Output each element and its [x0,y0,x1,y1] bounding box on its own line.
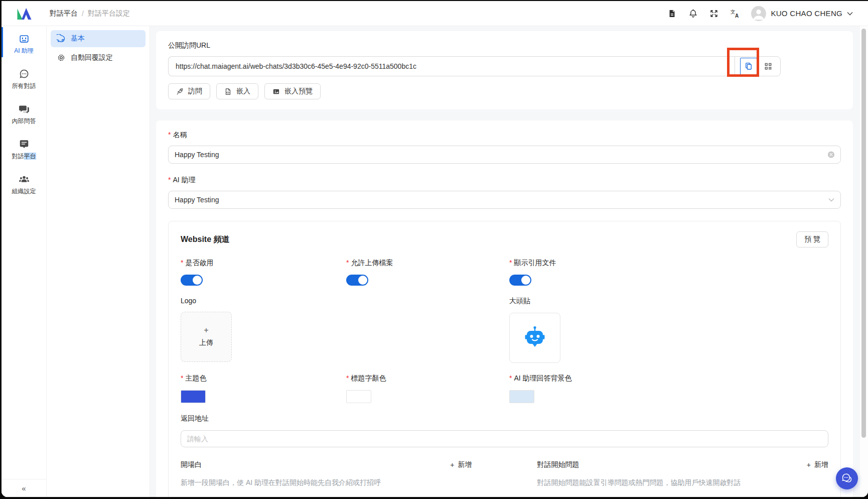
embed-button-label: 嵌入 [236,87,250,96]
translate-icon[interactable]: 文A [730,9,740,19]
visit-button[interactable]: 訪問 [168,83,210,99]
opening-message-group: 開場白 + 新增 新增一段開場白，使 AI 助理在對話開始時能先自我介紹或打招呼 [181,460,472,487]
color-row: *主題色 *標題字顏色 *AI 助理回答背景色 [181,363,828,403]
sidebar-item-label: 所有對話 [12,82,36,90]
sidebar-collapse-button[interactable]: « [2,479,46,497]
breadcrumb-page: 對話平台設定 [88,9,130,18]
theme-color-label: 主題色 [185,374,206,382]
embed-button[interactable]: 嵌入 [216,83,258,99]
list-editors-row: 開場白 + 新增 新增一段開場白，使 AI 助理在對話開始時能先自我介紹或打招呼… [181,460,828,487]
return-url-group: 返回地址 [181,414,828,447]
assistant-select[interactable]: Happy Testing [168,191,841,209]
website-channel-title: Website 頻道 [181,234,230,245]
public-url-card: 公開訪問URL [156,31,853,109]
gear-icon [57,53,66,62]
answer-bg-color-swatch[interactable] [509,390,534,403]
answer-bg-color-label: AI 助理回答背景色 [514,374,571,382]
scrollbar-track [860,26,868,497]
name-input[interactable] [168,146,841,164]
settings-subnav: 基本 自動回覆設定 [47,26,150,497]
assistant-label: *AI 助理 [168,176,841,185]
url-actions: 訪問 嵌入 嵌入預覽 [168,83,841,99]
text-selection-highlight: 平台 [24,153,36,160]
opening-message-label: 開場白 [181,460,202,469]
chat-settings-icon [57,34,66,43]
sidebar-item-internal-qa[interactable]: 內部問答 [2,100,46,129]
public-url-group [168,56,781,76]
name-label: *名稱 [168,131,841,140]
breadcrumb-section[interactable]: 對話平台 [50,9,78,18]
avatar-preview[interactable] [509,313,560,363]
clear-input-icon[interactable] [827,151,835,159]
message-dots-icon [19,68,30,79]
user-menu[interactable]: KUO CHAO CHENG [751,6,853,21]
chevron-down-icon [828,198,834,202]
chat-bubble-dots-icon [841,472,853,484]
qr-code-button[interactable] [761,59,775,73]
sidebar-item-label: 組織設定 [12,187,36,196]
avatar-label: 大頭貼 [509,297,828,306]
scrollbar[interactable] [861,29,866,438]
logo-upload-button[interactable]: + 上傳 [181,312,232,362]
add-opening-button[interactable]: + 新增 [450,460,472,469]
copy-url-button[interactable] [740,58,757,75]
sidebar-item-ai-assistant[interactable]: AI 助理 [2,30,46,58]
website-channel-section: Website 頻道 預 覽 *是否啟用 *允許上傳檔案 [168,221,841,497]
subnav-item-basic[interactable]: 基本 [51,30,146,47]
toggle-citation-group: *顯示引用文件 [509,247,828,286]
toggle-upload-group: *允許上傳檔案 [346,247,509,286]
sidebar-active-indicator [2,27,3,57]
user-name: KUO CHAO CHENG [771,9,842,18]
bell-icon[interactable] [688,9,698,19]
subnav-item-auto-reply[interactable]: 自動回覆設定 [51,49,146,66]
theme-color-swatch[interactable] [181,390,206,403]
toggle-enabled[interactable] [181,275,203,286]
collapse-chevrons-icon: « [22,484,26,492]
rocket-icon [176,88,184,95]
return-url-input[interactable] [181,430,828,447]
document-icon[interactable] [667,9,677,19]
fullscreen-icon[interactable] [709,9,719,19]
board-message-icon [19,139,30,150]
copy-icon [744,62,753,71]
answer-bg-color-group: *AI 助理回答背景色 [509,363,828,403]
public-url-label: 公開訪問URL [168,41,841,50]
starter-questions-description: 對話開始問題能設置引導問題或熱門問題，協助用戶快速開啟對話 [537,478,829,487]
toggle-row: *是否啟用 *允許上傳檔案 *顯示引用文件 [181,247,828,286]
sidebar-item-chat-platform[interactable]: 對話平台 [2,136,46,164]
sidebar-item-label: 對話平台 [12,152,36,161]
avatar [751,6,766,21]
image-row: Logo + 上傳 大頭貼 [181,286,828,363]
toggle-enabled-label: 是否啟用 [185,259,213,267]
chat-duo-icon [19,103,30,114]
public-url-input[interactable] [168,56,735,76]
title-color-swatch[interactable] [346,390,371,403]
main-content: 公開訪問URL [150,26,868,497]
logo-label: Logo [181,297,346,305]
breadcrumb-separator: / [82,10,84,18]
logo[interactable] [2,7,47,20]
header-actions: 文A KUO CHAO CHENG [667,6,868,21]
screen-preview-icon [272,88,280,95]
subnav-item-label: 基本 [71,34,85,43]
sidebar: AI 助理 所有對話 內部問答 對話平台 [2,26,47,497]
name-field-group: *名稱 [168,131,841,164]
floating-chat-button[interactable] [836,467,858,489]
add-question-button[interactable]: + 新增 [807,460,828,469]
upload-label: 上傳 [199,338,213,347]
subnav-item-label: 自動回覆設定 [71,53,113,62]
sidebar-item-organization-settings[interactable]: 組織設定 [2,171,46,199]
toggle-allow-upload[interactable] [346,275,368,286]
svg-text:A: A [735,13,739,19]
avatar-group: 大頭貼 [509,286,828,363]
toggle-enabled-group: *是否啟用 [181,247,346,286]
toggle-show-citations[interactable] [509,275,531,286]
logo-m-icon [15,7,33,20]
breadcrumb: 對話平台 / 對話平台設定 [50,9,130,18]
embed-preview-button[interactable]: 嵌入預覽 [264,83,321,99]
chevron-down-icon [847,12,853,16]
app-window: 對話平台 / 對話平台設定 文A KUO CHAO CHENG [2,1,868,497]
return-url-label: 返回地址 [181,414,828,423]
preview-button[interactable]: 預 覽 [796,231,828,247]
sidebar-item-all-conversations[interactable]: 所有對話 [2,65,46,93]
